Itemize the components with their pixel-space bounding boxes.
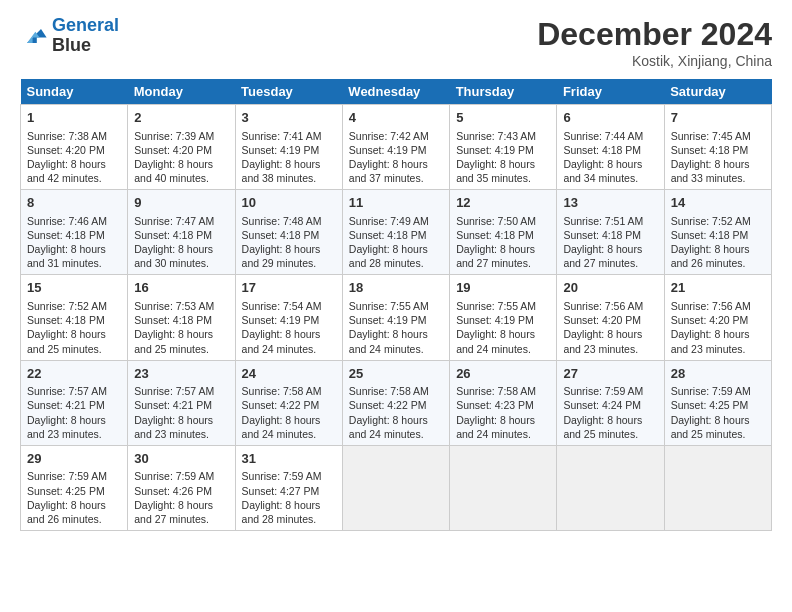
day-number: 27 (563, 365, 657, 383)
daylight-label: Daylight: 8 hours and 27 minutes. (563, 243, 642, 269)
day-number: 4 (349, 109, 443, 127)
sunrise-label: Sunrise: 7:59 AM (671, 385, 751, 397)
calendar-week-5: 29Sunrise: 7:59 AMSunset: 4:25 PMDayligh… (21, 445, 772, 530)
sunrise-label: Sunrise: 7:39 AM (134, 130, 214, 142)
sunrise-label: Sunrise: 7:41 AM (242, 130, 322, 142)
sunset-label: Sunset: 4:18 PM (242, 229, 320, 241)
calendar-cell: 31Sunrise: 7:59 AMSunset: 4:27 PMDayligh… (235, 445, 342, 530)
day-number: 21 (671, 279, 765, 297)
sunset-label: Sunset: 4:18 PM (563, 144, 641, 156)
calendar-cell: 22Sunrise: 7:57 AMSunset: 4:21 PMDayligh… (21, 360, 128, 445)
daylight-label: Daylight: 8 hours and 30 minutes. (134, 243, 213, 269)
daylight-label: Daylight: 8 hours and 33 minutes. (671, 158, 750, 184)
daylight-label: Daylight: 8 hours and 42 minutes. (27, 158, 106, 184)
daylight-label: Daylight: 8 hours and 23 minutes. (134, 414, 213, 440)
daylight-label: Daylight: 8 hours and 38 minutes. (242, 158, 321, 184)
calendar-cell: 11Sunrise: 7:49 AMSunset: 4:18 PMDayligh… (342, 190, 449, 275)
daylight-label: Daylight: 8 hours and 31 minutes. (27, 243, 106, 269)
logo: General Blue (20, 16, 119, 56)
sunset-label: Sunset: 4:18 PM (563, 229, 641, 241)
sunset-label: Sunset: 4:18 PM (27, 229, 105, 241)
sunset-label: Sunset: 4:19 PM (242, 314, 320, 326)
day-number: 24 (242, 365, 336, 383)
calendar-week-4: 22Sunrise: 7:57 AMSunset: 4:21 PMDayligh… (21, 360, 772, 445)
daylight-label: Daylight: 8 hours and 35 minutes. (456, 158, 535, 184)
sunset-label: Sunset: 4:22 PM (242, 399, 320, 411)
sunrise-label: Sunrise: 7:47 AM (134, 215, 214, 227)
daylight-label: Daylight: 8 hours and 25 minutes. (563, 414, 642, 440)
calendar-cell (342, 445, 449, 530)
day-number: 8 (27, 194, 121, 212)
calendar-cell: 18Sunrise: 7:55 AMSunset: 4:19 PMDayligh… (342, 275, 449, 360)
day-number: 29 (27, 450, 121, 468)
day-number: 7 (671, 109, 765, 127)
daylight-label: Daylight: 8 hours and 27 minutes. (456, 243, 535, 269)
day-number: 23 (134, 365, 228, 383)
day-number: 12 (456, 194, 550, 212)
calendar-cell: 9Sunrise: 7:47 AMSunset: 4:18 PMDaylight… (128, 190, 235, 275)
calendar-cell: 24Sunrise: 7:58 AMSunset: 4:22 PMDayligh… (235, 360, 342, 445)
day-number: 25 (349, 365, 443, 383)
col-sunday: Sunday (21, 79, 128, 105)
daylight-label: Daylight: 8 hours and 24 minutes. (456, 414, 535, 440)
daylight-label: Daylight: 8 hours and 24 minutes. (242, 328, 321, 354)
sunrise-label: Sunrise: 7:59 AM (27, 470, 107, 482)
sunset-label: Sunset: 4:21 PM (27, 399, 105, 411)
calendar-week-2: 8Sunrise: 7:46 AMSunset: 4:18 PMDaylight… (21, 190, 772, 275)
calendar-cell: 6Sunrise: 7:44 AMSunset: 4:18 PMDaylight… (557, 105, 664, 190)
calendar-cell: 7Sunrise: 7:45 AMSunset: 4:18 PMDaylight… (664, 105, 771, 190)
sunset-label: Sunset: 4:24 PM (563, 399, 641, 411)
sunset-label: Sunset: 4:18 PM (456, 229, 534, 241)
calendar-cell: 16Sunrise: 7:53 AMSunset: 4:18 PMDayligh… (128, 275, 235, 360)
sunrise-label: Sunrise: 7:58 AM (349, 385, 429, 397)
sunrise-label: Sunrise: 7:52 AM (27, 300, 107, 312)
daylight-label: Daylight: 8 hours and 24 minutes. (349, 414, 428, 440)
col-friday: Friday (557, 79, 664, 105)
sunset-label: Sunset: 4:18 PM (27, 314, 105, 326)
sunrise-label: Sunrise: 7:50 AM (456, 215, 536, 227)
logo-icon (20, 22, 48, 50)
calendar-cell: 2Sunrise: 7:39 AMSunset: 4:20 PMDaylight… (128, 105, 235, 190)
day-number: 3 (242, 109, 336, 127)
sunrise-label: Sunrise: 7:44 AM (563, 130, 643, 142)
calendar-cell: 25Sunrise: 7:58 AMSunset: 4:22 PMDayligh… (342, 360, 449, 445)
sunrise-label: Sunrise: 7:49 AM (349, 215, 429, 227)
day-number: 2 (134, 109, 228, 127)
calendar-cell: 5Sunrise: 7:43 AMSunset: 4:19 PMDaylight… (450, 105, 557, 190)
daylight-label: Daylight: 8 hours and 28 minutes. (242, 499, 321, 525)
sunset-label: Sunset: 4:18 PM (671, 229, 749, 241)
sunset-label: Sunset: 4:25 PM (27, 485, 105, 497)
day-number: 13 (563, 194, 657, 212)
sunset-label: Sunset: 4:20 PM (27, 144, 105, 156)
daylight-label: Daylight: 8 hours and 40 minutes. (134, 158, 213, 184)
daylight-label: Daylight: 8 hours and 34 minutes. (563, 158, 642, 184)
calendar-cell (450, 445, 557, 530)
logo-text: General Blue (52, 16, 119, 56)
sunset-label: Sunset: 4:19 PM (242, 144, 320, 156)
daylight-label: Daylight: 8 hours and 28 minutes. (349, 243, 428, 269)
calendar-cell: 13Sunrise: 7:51 AMSunset: 4:18 PMDayligh… (557, 190, 664, 275)
calendar-cell: 15Sunrise: 7:52 AMSunset: 4:18 PMDayligh… (21, 275, 128, 360)
sunrise-label: Sunrise: 7:53 AM (134, 300, 214, 312)
sunset-label: Sunset: 4:19 PM (456, 144, 534, 156)
sunrise-label: Sunrise: 7:48 AM (242, 215, 322, 227)
header: General Blue December 2024 Kostik, Xinji… (20, 16, 772, 69)
daylight-label: Daylight: 8 hours and 24 minutes. (456, 328, 535, 354)
sunset-label: Sunset: 4:26 PM (134, 485, 212, 497)
calendar-cell: 29Sunrise: 7:59 AMSunset: 4:25 PMDayligh… (21, 445, 128, 530)
sunset-label: Sunset: 4:18 PM (134, 229, 212, 241)
sunrise-label: Sunrise: 7:56 AM (563, 300, 643, 312)
calendar-cell: 21Sunrise: 7:56 AMSunset: 4:20 PMDayligh… (664, 275, 771, 360)
day-number: 6 (563, 109, 657, 127)
sunrise-label: Sunrise: 7:59 AM (134, 470, 214, 482)
daylight-label: Daylight: 8 hours and 24 minutes. (242, 414, 321, 440)
day-number: 18 (349, 279, 443, 297)
calendar-week-1: 1Sunrise: 7:38 AMSunset: 4:20 PMDaylight… (21, 105, 772, 190)
daylight-label: Daylight: 8 hours and 23 minutes. (563, 328, 642, 354)
calendar-cell: 28Sunrise: 7:59 AMSunset: 4:25 PMDayligh… (664, 360, 771, 445)
day-number: 26 (456, 365, 550, 383)
sunrise-label: Sunrise: 7:52 AM (671, 215, 751, 227)
sunset-label: Sunset: 4:18 PM (134, 314, 212, 326)
daylight-label: Daylight: 8 hours and 26 minutes. (27, 499, 106, 525)
sunset-label: Sunset: 4:19 PM (349, 314, 427, 326)
